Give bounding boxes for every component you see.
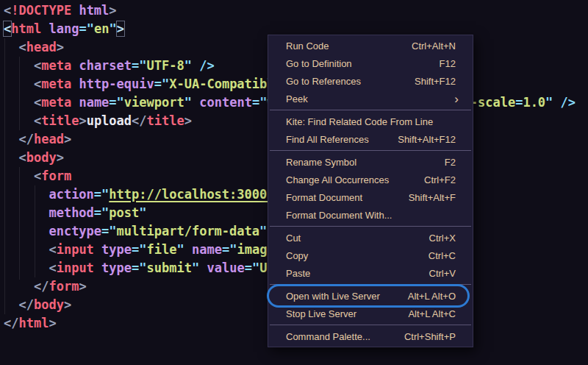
menu-item-shortcut: F12 [440,58,456,69]
code-token [4,40,18,54]
code-token: =" [79,21,93,36]
code-token: type [101,242,132,257]
menu-item-shortcut: Ctrl+Shift+P [404,331,456,342]
menu-item-command-palette[interactable]: Command Palette...Ctrl+Shift+P [268,327,473,345]
code-token [71,3,79,18]
code-token: " [259,224,267,238]
menu-item-label: Kite: Find Related Code From Line [286,116,456,127]
code-token: </ [132,113,146,128]
code-token: " [184,95,192,110]
code-token: < [34,169,41,183]
code-token: > [79,113,86,128]
code-token: submit [147,261,192,275]
code-token: " [177,242,184,257]
code-token [4,150,18,165]
code-token: html [18,316,49,330]
menu-item-label: Rename Symbol [286,157,445,168]
menu-item-rename-symbol[interactable]: Rename SymbolF2 [268,153,473,171]
menu-item-paste[interactable]: PasteCtrl+V [268,264,473,282]
code-token [4,297,18,312]
menu-item-find-all-references[interactable]: Find All ReferencesShift+Alt+F12 [268,130,473,148]
menu-item-go-to-references[interactable]: Go to ReferencesShift+F12 [268,72,473,90]
vscode-window: <!DOCTYPE html><html lang="en"> <head> <… [0,0,588,365]
code-token: " [184,58,192,73]
code-token [553,95,560,110]
menu-item-shortcut: Alt+L Alt+O [408,291,456,302]
menu-separator [270,325,471,325]
code-token: form [41,169,71,183]
menu-item-label: Go to References [286,76,415,87]
menu-item-shortcut: Ctrl+Alt+N [412,40,456,52]
code-token: meta [41,95,71,110]
code-token: X-UA-Compatible [169,77,282,91]
code-token: type [101,261,132,275]
code-token: > [79,279,86,294]
code-token [192,58,199,73]
code-token: =" [222,242,237,257]
code-token: </ [34,279,49,294]
code-token: =" [132,242,146,257]
code-token: html [79,3,109,18]
code-token [41,21,49,36]
code-token: charset [79,58,132,73]
code-token: < [18,150,26,165]
menu-item-shortcut: Alt+L Alt+C [408,308,456,319]
code-token: method [49,205,93,220]
code-token: = [515,95,523,110]
menu-separator [270,110,471,110]
menu-separator [270,150,471,151]
code-token: =" [132,58,146,73]
menu-item-label: Open with Live Server [286,291,408,302]
code-token [4,132,18,146]
menu-item-shortcut: F2 [445,157,456,168]
menu-item-label: Change All Occurrences [286,174,424,185]
code-token: > [64,297,71,312]
code-token: value [207,261,244,275]
code-token: > [117,21,124,36]
code-token: =" [94,205,109,220]
indent-guide [4,38,5,314]
code-token: =" [101,224,116,238]
menu-item-format-document[interactable]: Format DocumentShift+Alt+F [268,188,473,206]
menu-item-stop-live-server[interactable]: Stop Live ServerAlt+L Alt+C [268,305,473,322]
code-token: action [49,187,93,202]
code-token: =" [154,77,169,91]
code-token [4,242,49,257]
code-token: lang [49,21,79,36]
code-token [71,95,79,110]
menu-separator [270,284,471,285]
menu-item-label: Peek [286,93,454,104]
code-token: < [49,261,56,275]
menu-item-shortcut: Ctrl+X [429,233,456,244]
menu-item-shortcut: Ctrl+V [429,268,456,279]
menu-item-kite-find-related-code-from-line[interactable]: Kite: Find Related Code From Line [268,113,473,130]
code-token: < [4,3,11,18]
code-token [94,261,101,275]
menu-item-format-document-with[interactable]: Format Document With... [268,206,473,224]
menu-item-go-to-definition[interactable]: Go to DefinitionF12 [268,54,473,72]
code-token [192,95,199,110]
menu-item-label: Paste [286,268,429,279]
code-token [4,187,49,202]
code-token: =" [132,261,146,275]
menu-item-peek[interactable]: Peek› [268,90,473,107]
menu-item-label: Cut [286,233,429,244]
code-token: post [109,205,139,220]
code-token: =" [252,95,267,110]
code-token: UTF-8 [147,58,184,73]
code-token: 1.0 [523,95,545,110]
code-token: content [199,95,252,110]
menu-item-open-with-live-server[interactable]: Open with Live ServerAlt+L Alt+O [268,287,473,305]
menu-item-run-code[interactable]: Run CodeCtrl+Alt+N [268,37,473,54]
code-token: name [192,242,222,257]
indent-guide [19,57,20,130]
menu-item-copy[interactable]: CopyCtrl+C [268,247,473,264]
menu-item-change-all-occurrences[interactable]: Change All OccurrencesCtrl+F2 [268,171,473,188]
code-token: viewport [124,95,184,110]
code-token [4,224,49,238]
code-token: title [147,113,184,128]
menu-item-label: Find All References [286,134,398,145]
code-token: < [4,21,11,36]
code-token: </ [18,132,33,146]
menu-item-cut[interactable]: CutCtrl+X [268,229,473,247]
